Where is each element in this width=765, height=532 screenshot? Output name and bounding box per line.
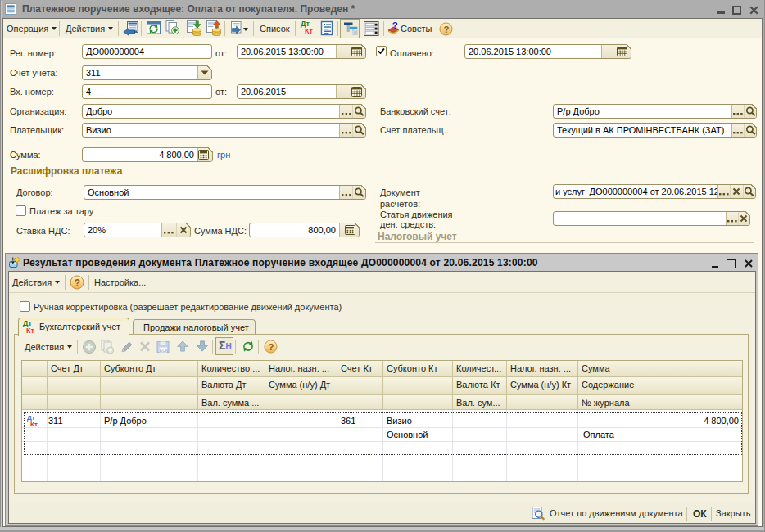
svg-text:?: ? xyxy=(75,277,80,289)
svg-text:ЕОК: ЕОК xyxy=(160,348,168,353)
svg-text:?: ? xyxy=(443,25,449,34)
svg-text:?: ? xyxy=(268,342,274,352)
svg-text:?: ? xyxy=(392,21,398,30)
